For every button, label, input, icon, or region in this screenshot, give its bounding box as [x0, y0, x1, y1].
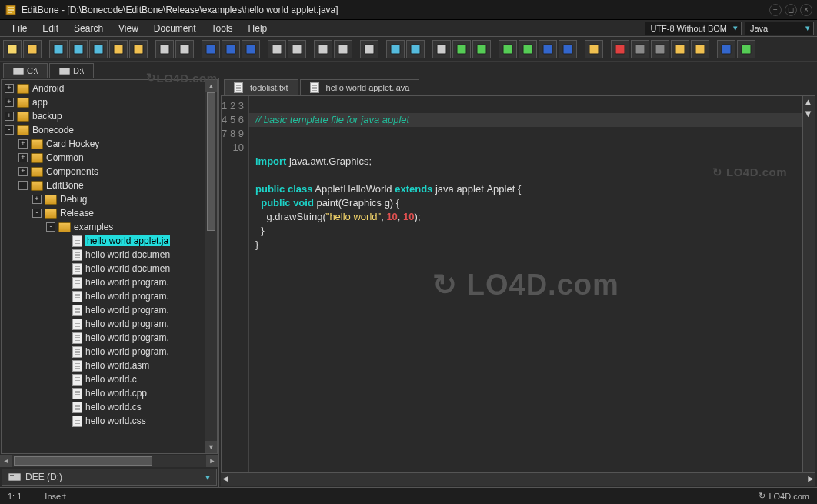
tree-file[interactable]: hello world program.	[2, 331, 205, 345]
replace-button[interactable]	[472, 40, 491, 58]
maximize-button[interactable]: ◻	[785, 4, 797, 16]
tree-file[interactable]: hello world applet.ja	[2, 234, 205, 248]
sort-asc-button[interactable]	[314, 40, 332, 58]
code-content[interactable]: // basic template file for java applet i…	[249, 96, 802, 472]
split-horizontal-button[interactable]	[519, 40, 537, 58]
macros-button[interactable]	[671, 40, 689, 58]
redo-button[interactable]	[406, 40, 425, 58]
file-explorer: +Android+app+backup-Bonecode+Card Hockey…	[0, 78, 219, 487]
tree-folder[interactable]: +Card Hockey	[2, 137, 205, 151]
menu-document[interactable]: Document	[146, 22, 204, 35]
copy-path-button[interactable]	[585, 40, 603, 58]
menu-search[interactable]: Search	[66, 22, 111, 35]
expander-icon[interactable]: -	[32, 209, 42, 218]
tree-folder[interactable]: +Common	[2, 151, 205, 165]
language-select[interactable]: Java	[745, 22, 814, 35]
tree-file[interactable]: hello world.c	[2, 372, 205, 386]
save-as-button[interactable]	[69, 40, 88, 58]
bookmark-toggle-button[interactable]	[202, 40, 220, 58]
tree-file[interactable]: hello world.cs	[2, 400, 205, 414]
record-macro-button[interactable]	[611, 40, 629, 58]
expander-icon[interactable]: -	[5, 125, 14, 135]
expander-icon[interactable]: +	[32, 195, 42, 204]
drive-tab[interactable]: D:\	[49, 63, 94, 78]
menu-edit[interactable]: Edit	[35, 22, 66, 35]
tree-scrollbar-vertical[interactable]: ▲ ▼	[205, 80, 217, 453]
expander-icon[interactable]: +	[18, 167, 28, 176]
tree-file[interactable]: hello world documen	[2, 248, 205, 262]
tree-folder[interactable]: -EditBone	[2, 179, 205, 192]
tree-file[interactable]: hello world.cpp	[2, 386, 205, 400]
tree-file[interactable]: hello world program.	[2, 275, 205, 289]
menu-tools[interactable]: Tools	[204, 22, 241, 35]
close-button[interactable]: ×	[800, 4, 812, 16]
open-folder-button[interactable]	[129, 40, 148, 58]
minimize-button[interactable]: −	[769, 4, 782, 16]
word-wrap-button[interactable]	[499, 40, 517, 58]
save-all-button[interactable]	[89, 40, 108, 58]
split-grid-button[interactable]	[559, 40, 577, 58]
file-tab[interactable]: hello world applet.java	[300, 79, 420, 95]
tree-folder[interactable]: +app	[2, 95, 205, 109]
open-file-button[interactable]	[23, 40, 42, 58]
code-editor[interactable]: 1 2 3 4 5 6 7 8 9 10 // basic template f…	[221, 95, 815, 473]
tree-folder[interactable]: +backup	[2, 109, 205, 123]
expander-icon[interactable]: -	[18, 181, 28, 190]
toggle-case-button[interactable]	[360, 40, 378, 58]
tree-folder[interactable]: -Bonecode	[2, 123, 205, 137]
bookmark-prev-button[interactable]	[222, 40, 240, 58]
tree-file[interactable]: hello world program.	[2, 345, 205, 359]
menu-help[interactable]: Help	[241, 22, 275, 35]
sort-desc-button[interactable]	[334, 40, 352, 58]
print-preview-button[interactable]	[175, 40, 194, 58]
menu-file[interactable]: File	[5, 22, 35, 35]
find-in-files-button[interactable]	[452, 40, 471, 58]
bookmark-next-button[interactable]	[242, 40, 260, 58]
tree-file[interactable]: hello world.asm	[2, 359, 205, 372]
split-vertical-button[interactable]	[539, 40, 557, 58]
tree-file[interactable]: hello world program.	[2, 303, 205, 317]
tree-file[interactable]: hello world.css	[2, 414, 205, 428]
play-macro-button[interactable]	[651, 40, 669, 58]
tree-folder[interactable]: -examples	[2, 220, 205, 234]
compare-button[interactable]	[691, 40, 709, 58]
refresh-button[interactable]	[737, 40, 755, 58]
tree-file[interactable]: hello world program.	[2, 317, 205, 331]
folder-tree[interactable]: +Android+app+backup-Bonecode+Card Hockey…	[2, 80, 205, 453]
undo-button[interactable]	[386, 40, 405, 58]
tree-scrollbar-horizontal[interactable]: ◄ ►	[0, 455, 218, 467]
folder-icon	[31, 167, 43, 177]
tree-folder[interactable]: +Components	[2, 165, 205, 179]
tree-label: Debug	[60, 194, 87, 205]
tree-folder[interactable]: +Debug	[2, 192, 205, 206]
editor-scrollbar-horizontal[interactable]: ◄ ►	[221, 473, 815, 486]
tree-folder[interactable]: -Release	[2, 206, 205, 220]
open-project-button[interactable]	[109, 40, 128, 58]
drive-tab[interactable]: C:\	[3, 63, 48, 78]
save-button[interactable]	[49, 40, 68, 58]
drive-status[interactable]: DEE (D:) ▾	[2, 469, 217, 486]
new-file-icon	[6, 43, 18, 55]
expander-icon[interactable]: +	[18, 139, 28, 149]
new-file-button[interactable]	[3, 40, 22, 58]
tree-file[interactable]: hello world documen	[2, 262, 205, 275]
encoding-select[interactable]: UTF-8 Without BOM	[645, 22, 742, 35]
menu-view[interactable]: View	[111, 22, 146, 35]
editor-scrollbar-vertical[interactable]: ▲ ▼	[802, 96, 815, 472]
expander-icon[interactable]: +	[5, 98, 14, 107]
expander-icon[interactable]: -	[46, 222, 55, 232]
outdent-button[interactable]	[288, 40, 306, 58]
expander-icon[interactable]: +	[5, 84, 14, 93]
expander-icon	[60, 250, 69, 259]
stop-macro-button[interactable]	[631, 40, 649, 58]
find-button[interactable]	[432, 40, 451, 58]
preferences-button[interactable]	[717, 40, 735, 58]
expander-icon[interactable]: +	[18, 153, 28, 162]
drive-icon	[13, 68, 24, 75]
file-tab[interactable]: todolist.txt	[224, 79, 298, 95]
expander-icon[interactable]: +	[5, 112, 14, 121]
indent-button[interactable]	[268, 40, 286, 58]
tree-folder[interactable]: +Android	[2, 82, 205, 95]
tree-file[interactable]: hello world program.	[2, 289, 205, 303]
print-button[interactable]	[155, 40, 174, 58]
